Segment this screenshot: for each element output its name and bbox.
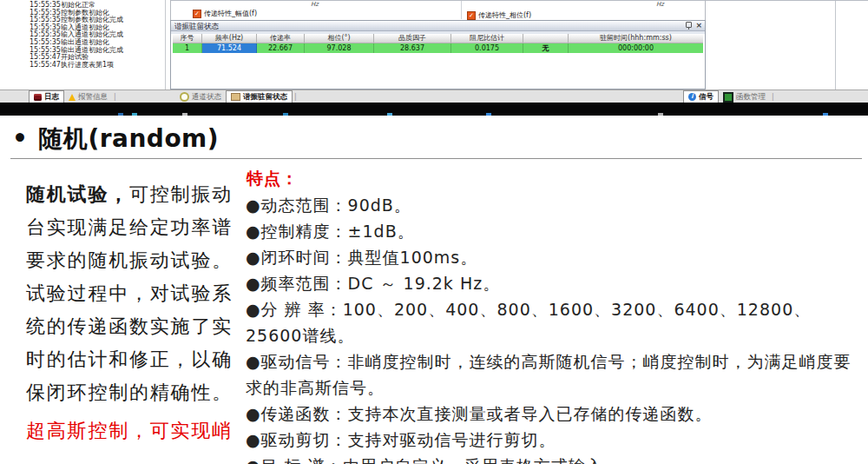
column-header: 驻留时间(hhh:mm:ss) <box>569 34 703 43</box>
checkbox-checked-icon[interactable]: ✓ <box>193 10 201 18</box>
tab-alarm-info[interactable]: 报警信息 <box>64 91 112 103</box>
tab-label: 信号 <box>699 92 713 103</box>
section-title: • 随机(random) <box>12 123 219 156</box>
log-tab-group: 日志报警信息| <box>29 91 118 103</box>
paragraph-text: 试验过程中，对试验系 <box>26 282 233 304</box>
log-message: 执行进度表第1项 <box>61 62 114 70</box>
paragraph-line: 时的估计和修正，以确 <box>26 343 240 376</box>
pin-icon[interactable] <box>686 22 692 28</box>
paragraph-line: 台实现满足给定功率谱 <box>26 211 240 244</box>
tab-label: 谐振驻留状态 <box>243 92 287 103</box>
feature-item: ●闭环时间：典型值100ms。 <box>246 244 853 270</box>
paragraph-text: 台实现满足给定功率谱 <box>26 216 233 238</box>
panel-title: 谐振驻留状态 <box>174 22 219 30</box>
tab-label: 函数管理 <box>736 92 766 103</box>
features-heading: 特点： <box>247 168 299 190</box>
feature-item: ●目 标 谱：由用户自定义，采用表格方式输入。 <box>246 453 853 464</box>
resonance-dwell-panel: 谐振驻留状态 × 序号频率(Hz)传递率相位(°)品质因子阻尼比估计驻留时间(h… <box>170 20 706 89</box>
table-row[interactable]: 171.52422.66797.02828.6370.0175无000:00:0… <box>173 43 703 53</box>
column-header: 相位(°) <box>305 34 374 43</box>
panel-titlebar: 谐振驻留状态 × <box>171 21 705 31</box>
paragraph-line: 超高斯控制，可实现峭 <box>26 414 240 447</box>
table-cell[interactable]: 22.667 <box>257 43 305 53</box>
tab-label: 通道状态 <box>192 92 221 103</box>
paragraph-line: 试验过程中，对试验系 <box>26 277 240 310</box>
table-cell[interactable]: 000:00:00 <box>569 43 703 53</box>
signal-icon: i <box>688 93 696 101</box>
tab-log[interactable]: 日志 <box>29 90 64 103</box>
table-cell[interactable]: 无 <box>523 43 569 53</box>
column-header: 阻尼比估计 <box>451 34 523 43</box>
right-pane-divider <box>835 1 836 89</box>
document-section: • 随机(random) 随机试验，可控制振动台实现满足给定功率谱要求的随机振动… <box>0 116 868 464</box>
tab-label: 日志 <box>44 92 59 103</box>
paragraph-line: 随机试验，可控制振动 <box>26 178 240 211</box>
legend-label: 传递特性_幅值(f) <box>204 9 257 18</box>
paragraph-text: 统的传递函数实施了实 <box>26 315 233 337</box>
tab-signal[interactable]: i信号 <box>683 90 719 103</box>
column-header: 品质因子 <box>374 34 451 43</box>
function-manager-icon <box>723 92 733 103</box>
close-icon[interactable]: × <box>695 22 702 30</box>
paragraph-text: 超高斯控制，可实现峭 <box>26 420 233 441</box>
log-icon <box>34 94 42 101</box>
warning-icon <box>69 94 76 101</box>
log-list: 15:55:35初始化正常15:55:35控制参数初始化15:55:35控制参数… <box>30 2 161 69</box>
log-entry: 15:55:47执行进度表第1项 <box>30 62 161 70</box>
feature-item: ●频率范围：DC ～ 19.2k Hz。 <box>246 270 853 296</box>
intro-paragraph: 随机试验，可控制振动台实现满足给定功率谱要求的随机振动试验。试验过程中，对试验系… <box>26 178 240 447</box>
screenshot-root: 15:55:35初始化正常15:55:35控制参数初始化15:55:35控制参数… <box>0 0 868 464</box>
tab-function-manager[interactable]: 函数管理 <box>719 91 770 103</box>
tab-label: 报警信息 <box>78 92 108 103</box>
paragraph-text: 时的估计和修正，以确 <box>26 348 233 370</box>
feature-item: ●动态范围：90dB。 <box>246 192 853 218</box>
title-underline <box>10 158 862 159</box>
feature-item: ●传递函数：支持本次直接测量或者导入已存储的传递函数。 <box>246 401 853 427</box>
channel-status-icon <box>180 92 189 102</box>
table-cell[interactable]: 0.0175 <box>451 43 523 53</box>
table-cell[interactable]: 28.637 <box>374 43 451 53</box>
paragraph-line: 统的传递函数实施了实 <box>26 310 240 343</box>
legend-label: 传递特性_相位(f) <box>478 10 531 20</box>
paragraph-text: 可控制振动 <box>129 183 233 205</box>
paragraph-bold-lead: 随机试验， <box>26 183 129 205</box>
top-border <box>170 0 868 1</box>
table-cell[interactable]: 97.028 <box>305 43 374 53</box>
column-header <box>523 34 569 43</box>
feature-item: ●控制精度：±1dB。 <box>246 218 853 244</box>
tab-separator: | <box>294 93 297 101</box>
table-cell[interactable]: 1 <box>173 43 202 53</box>
side-tab-group: i信号函数管理| <box>683 91 776 103</box>
feature-item: ●分 辨 率：100、200、400、800、1600、3200、6400、12… <box>246 296 853 348</box>
column-header: 序号 <box>173 34 202 43</box>
checkbox-checked-icon[interactable]: ✓ <box>467 11 476 20</box>
paragraph-line: 要求的随机振动试验。 <box>26 244 240 277</box>
tab-separator: | <box>772 93 774 101</box>
amplitude-legend-checkbox[interactable]: ✓ 传递特性_幅值(f) <box>193 9 257 18</box>
log-timestamp: 15:55:47 <box>30 62 56 70</box>
feature-item: ●驱动剪切：支持对驱动信号进行剪切。 <box>246 427 853 453</box>
tab-channel-status[interactable]: 通道状态 <box>175 91 226 103</box>
phase-legend-checkbox[interactable]: ✓ 传递特性_相位(f) <box>467 10 531 20</box>
feature-item: ●驱动信号：非峭度控制时，连续的高斯随机信号；峭度控制时，为满足峭度要求的非高斯… <box>246 348 853 401</box>
status-tab-group: 通道状态谐振驻留状态| <box>175 91 299 103</box>
paragraph-line: 保闭环控制的精确性。 <box>26 376 240 409</box>
column-header: 频率(Hz) <box>202 34 257 43</box>
x-axis-unit-right: Hz <box>656 1 664 8</box>
vibration-control-app: 15:55:35初始化正常15:55:35控制参数初始化15:55:35控制参数… <box>0 0 868 116</box>
taskbar <box>0 103 868 116</box>
paragraph-text: 保闭环控制的精确性。 <box>26 381 233 403</box>
log-panel: 15:55:35初始化正常15:55:35控制参数初始化15:55:35控制参数… <box>0 0 166 89</box>
title-text: 随机(random) <box>38 123 219 156</box>
title-bullet: • <box>12 124 28 153</box>
bottom-tab-strip: 日志报警信息| 通道状态谐振驻留状态| i信号函数管理| <box>0 89 868 103</box>
resonance-dwell-icon <box>231 93 240 101</box>
titlebar-buttons: × <box>686 22 702 30</box>
tab-separator: | <box>114 93 116 101</box>
column-header: 传递率 <box>257 34 305 43</box>
features-list: ●动态范围：90dB。●控制精度：±1dB。●闭环时间：典型值100ms。●频率… <box>246 192 853 464</box>
chart-divider <box>461 1 462 19</box>
table-cell[interactable]: 71.524 <box>202 43 257 53</box>
tab-resonance-dwell[interactable]: 谐振驻留状态 <box>226 90 293 103</box>
table-header: 序号频率(Hz)传递率相位(°)品质因子阻尼比估计驻留时间(hhh:mm:ss) <box>173 34 703 43</box>
